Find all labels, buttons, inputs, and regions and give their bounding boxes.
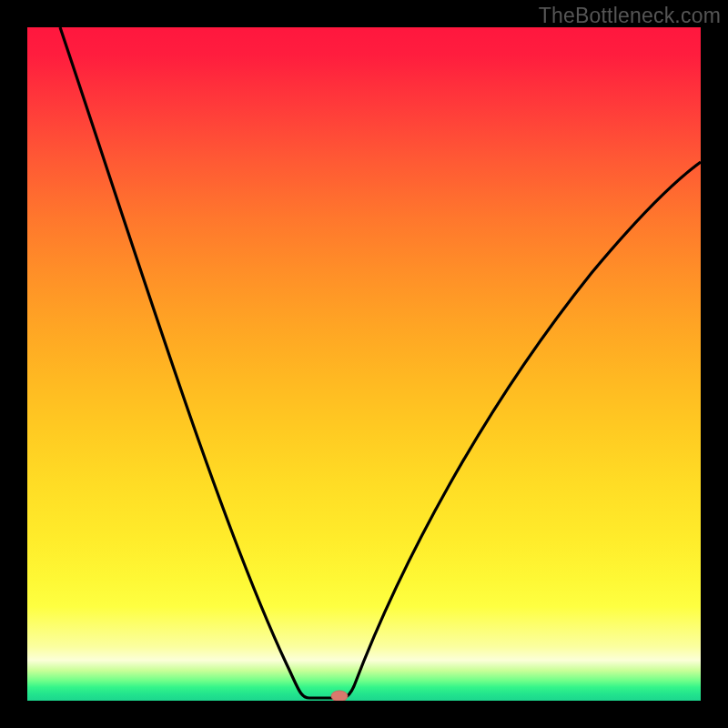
curve-minimum-marker	[331, 691, 348, 701]
plot-area	[27, 27, 701, 701]
bottleneck-curve	[27, 27, 701, 701]
watermark-text: TheBottleneck.com	[539, 4, 721, 28]
curve-path	[60, 27, 701, 698]
chart-frame: TheBottleneck.com	[0, 0, 728, 728]
